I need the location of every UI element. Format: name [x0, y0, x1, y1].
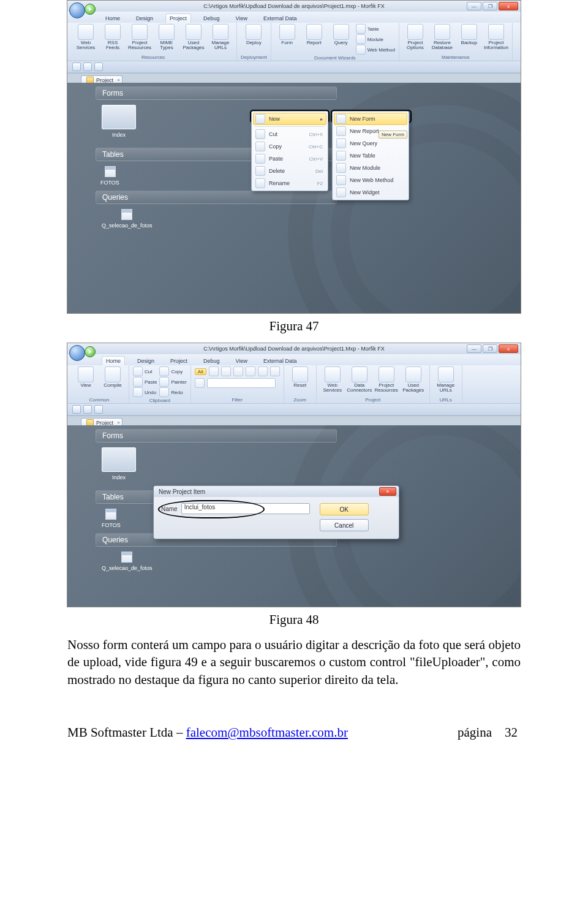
ribbon-tab-home[interactable]: Home — [102, 356, 125, 365]
btn-painter[interactable]: Painter — [159, 377, 186, 387]
btn-project-resources[interactable]: Project Resources — [127, 24, 152, 50]
cancel-button[interactable]: Cancel — [320, 519, 369, 531]
btn-project-resources[interactable]: Project Resources — [374, 366, 399, 393]
btn-data-connectors[interactable]: Data Connectors — [347, 366, 372, 393]
section-header[interactable]: Forms — [96, 429, 337, 442]
qat-new-icon[interactable] — [72, 405, 81, 414]
query-item[interactable]: Q_selecao_de_fotos — [102, 552, 153, 571]
window-minimize-button[interactable]: — — [467, 344, 481, 353]
qat-save-icon[interactable] — [83, 63, 92, 71]
form-item-index[interactable]: Index — [102, 447, 136, 480]
qat-new-icon[interactable] — [72, 63, 81, 71]
table-item-fotos[interactable]: FOTOS — [102, 166, 119, 186]
ribbon-tab-design[interactable]: Design — [132, 14, 157, 23]
filter-input[interactable] — [207, 378, 276, 388]
ctx-item-delete[interactable]: DeleteDel — [253, 165, 326, 177]
section-header[interactable]: Forms — [96, 86, 337, 100]
ctx-item-paste[interactable]: PasteCtrl+V — [253, 153, 326, 165]
close-icon[interactable]: × — [117, 420, 120, 425]
ribbon-tab-external-data[interactable]: External Data — [260, 357, 301, 365]
ribbon-tab-project[interactable]: Project — [165, 13, 191, 23]
btn-manage-urls[interactable]: Manage URLs — [208, 24, 233, 50]
run-button[interactable] — [85, 4, 96, 15]
ribbon-tab-view[interactable]: View — [232, 14, 251, 23]
btn-manage-urls[interactable]: Manage URLs — [434, 366, 458, 393]
ribbon-tab-design[interactable]: Design — [134, 357, 158, 365]
filter-queries-icon[interactable] — [246, 366, 255, 376]
window-maximize-button[interactable]: ❐ — [483, 344, 497, 353]
form-item-index[interactable]: Index — [102, 105, 136, 138]
btn-undo[interactable]: Undo — [133, 387, 157, 397]
context-menu[interactable]: New Form New Report New Query New Table … — [332, 111, 409, 200]
ribbon-tab-external-data[interactable]: External Data — [260, 14, 301, 23]
footer-email-link[interactable]: falecom@mbsoftmaster.com.br — [186, 725, 348, 740]
ctx-item-new-table[interactable]: New Table — [334, 150, 407, 162]
close-icon[interactable]: × — [117, 77, 120, 83]
window-close-button[interactable]: x — [499, 2, 518, 10]
qat-save-icon[interactable] — [83, 405, 92, 414]
filter-modules-icon[interactable] — [258, 366, 268, 376]
btn-paste[interactable]: Paste — [133, 377, 157, 387]
btn-rss-feeds[interactable]: RSS Feeds — [100, 24, 125, 50]
btn-used-packages[interactable]: Used Packages — [181, 24, 206, 50]
ribbon-tab-view[interactable]: View — [232, 357, 251, 365]
btn-web-method[interactable]: Web Method — [356, 45, 395, 55]
window-minimize-button[interactable]: — — [467, 2, 481, 10]
context-menu[interactable]: New▸ CutCtrl+X CopyCtrl+C PasteCtrl+V De… — [251, 111, 328, 191]
ctx-item-new-web-method[interactable]: New Web Method — [334, 174, 407, 186]
report-icon — [306, 24, 322, 40]
btn-project-options[interactable]: Project Options — [403, 24, 428, 50]
run-button[interactable] — [85, 346, 96, 357]
ctx-item-new-widget[interactable]: New Widget — [334, 186, 407, 199]
btn-cut[interactable]: Cut — [133, 366, 157, 376]
dialog-close-button[interactable]: × — [379, 487, 396, 496]
table-item-fotos[interactable]: FOTOS — [102, 509, 121, 528]
btn-module[interactable]: Module — [356, 34, 395, 44]
ctx-item-new[interactable]: New▸ — [253, 113, 326, 125]
btn-form[interactable]: Form — [275, 24, 300, 55]
btn-copy[interactable]: Copy — [159, 366, 186, 376]
window-close-button[interactable]: x — [499, 344, 518, 353]
window-maximize-button[interactable]: ❐ — [483, 2, 497, 10]
dialog-titlebar[interactable]: New Project Item × — [154, 486, 399, 497]
ctx-item-new-form[interactable]: New Form — [334, 113, 407, 125]
filter-reports-icon[interactable] — [221, 366, 231, 376]
btn-redo[interactable]: Redo — [159, 387, 186, 397]
btn-web-services[interactable]: Web Services — [74, 24, 98, 50]
btn-compile[interactable]: Compile — [100, 366, 125, 388]
qat-more-icon[interactable] — [94, 405, 103, 414]
ribbon-tab-home[interactable]: Home — [102, 14, 124, 23]
ctx-item-cut[interactable]: CutCtrl+X — [253, 128, 326, 140]
btn-query[interactable]: Query — [329, 24, 353, 55]
btn-deploy[interactable]: Deploy — [241, 24, 266, 45]
filter-widgets-icon[interactable] — [270, 366, 280, 376]
table-icon — [105, 509, 116, 520]
btn-report[interactable]: Report — [302, 24, 326, 55]
btn-view[interactable]: View — [74, 366, 98, 388]
name-input[interactable]: Inclui_fotos — [181, 503, 310, 514]
btn-used-packages[interactable]: Used Packages — [401, 366, 426, 393]
qat-more-icon[interactable] — [94, 63, 103, 71]
ribbon-tab-debug[interactable]: Debug — [200, 14, 224, 23]
btn-backup[interactable]: Backup — [457, 24, 481, 50]
ctx-item-rename[interactable]: RenameF2 — [253, 177, 326, 189]
ribbon-tab-debug[interactable]: Debug — [200, 357, 224, 365]
btn-reset-zoom[interactable]: Reset — [288, 366, 312, 388]
query-item[interactable]: Q_selecao_de_fotos — [102, 209, 153, 229]
btn-table[interactable]: Table — [356, 24, 395, 34]
app-orb-button[interactable] — [69, 345, 85, 361]
ok-button[interactable]: OK — [320, 503, 369, 515]
ctx-item-new-query[interactable]: New Query — [334, 137, 407, 150]
filter-forms-icon[interactable] — [209, 366, 219, 376]
btn-project-information[interactable]: Project Information — [484, 24, 508, 50]
btn-web-services[interactable]: Web Services — [320, 366, 345, 393]
ctx-item-new-module[interactable]: New Module — [334, 162, 407, 174]
app-orb-button[interactable] — [69, 2, 85, 18]
ctx-item-copy[interactable]: CopyCtrl+C — [253, 140, 326, 153]
btn-mime-types[interactable]: MIME Types — [154, 24, 179, 50]
ribbon-tab-project[interactable]: Project — [167, 357, 191, 365]
filter-all[interactable]: All — [195, 368, 206, 375]
filter-tables-icon[interactable] — [233, 366, 243, 376]
section-header[interactable]: Queries — [96, 191, 337, 204]
btn-restore-database[interactable]: Restore Database — [430, 24, 454, 50]
